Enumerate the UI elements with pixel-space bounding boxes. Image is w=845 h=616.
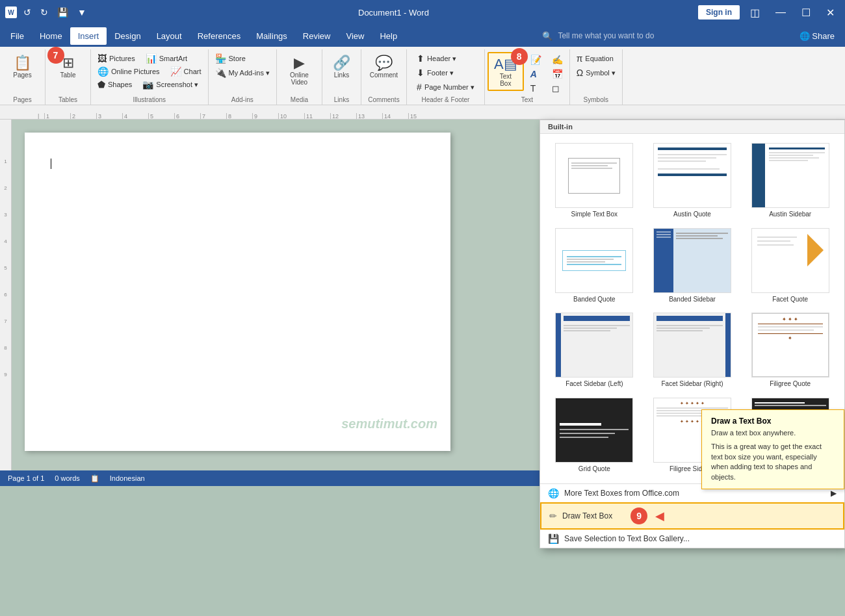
step-7-circle: 7 bbox=[47, 47, 64, 64]
menu-home[interactable]: Home bbox=[32, 27, 70, 45]
symbols-group-label: Symbols bbox=[584, 95, 608, 105]
menu-design[interactable]: Design bbox=[107, 27, 148, 45]
ribbon-group-media: ▶ OnlineVideo Media bbox=[277, 49, 322, 105]
filigree-quote-thumb: ✦ ✦ ✦ ✦ bbox=[751, 313, 829, 378]
wordart-button[interactable]: A bbox=[526, 68, 545, 81]
save-selection-icon: 💾 bbox=[548, 533, 559, 544]
smartart-button[interactable]: 📊 SmartArt bbox=[142, 52, 191, 65]
media-group-label: Media bbox=[291, 95, 308, 105]
more-textboxes-icon: 🌐 bbox=[548, 488, 559, 498]
facet-sidebar-right-thumb bbox=[653, 313, 731, 378]
draw-textbox-icon: ✏ bbox=[549, 511, 557, 521]
page-number-button[interactable]: # Page Number ▾ bbox=[413, 81, 478, 94]
dropdown-footer: 🌐 More Text Boxes from Office.com ▶ ✏ Dr… bbox=[540, 483, 844, 548]
ribbon-group-illustrations: 🖼 Pictures 📊 SmartArt 🌐 Online Pictures … bbox=[91, 49, 209, 105]
banded-sidebar-thumb bbox=[653, 228, 731, 293]
comment-button[interactable]: 💬 Comment bbox=[365, 52, 403, 81]
quick-parts-button[interactable]: 📝 bbox=[526, 53, 545, 66]
ribbon-group-header-footer: ⬆ Header ▾ ⬇ Footer ▾ # Page Number ▾ He… bbox=[407, 49, 485, 105]
title-bar: W ↺ ↻ 💾 ▼ Document1 - Word Sign in ◫ — ☐… bbox=[0, 0, 845, 25]
menu-file[interactable]: File bbox=[3, 27, 32, 45]
word-count: 0 words bbox=[55, 474, 80, 482]
austin-quote-label: Austin Quote bbox=[673, 211, 711, 218]
customize-button[interactable]: ▼ bbox=[75, 7, 89, 18]
step-9-circle: 9 bbox=[630, 507, 647, 524]
redo-button[interactable]: ↻ bbox=[38, 7, 51, 18]
textbox-simple[interactable]: Simple Text Box bbox=[545, 139, 644, 224]
textbox-banded-sidebar[interactable]: Banded Sidebar bbox=[644, 224, 742, 309]
symbol-button[interactable]: Ω Symbol ▾ bbox=[573, 66, 619, 79]
menu-share[interactable]: 🌐 Share bbox=[792, 27, 842, 45]
menu-help[interactable]: Help bbox=[372, 27, 405, 45]
addins-group-label: Add-ins bbox=[231, 95, 254, 105]
textbox-austin-quote[interactable]: Austin Quote bbox=[644, 139, 742, 224]
restore-button[interactable]: ◫ bbox=[745, 6, 765, 19]
maximize-button[interactable]: ☐ bbox=[796, 6, 816, 19]
menu-mailings[interactable]: Mailings bbox=[248, 27, 295, 45]
title-bar-right-controls: Sign in ◫ — ☐ ✕ bbox=[698, 5, 840, 19]
facet-sidebar-left-thumb bbox=[555, 313, 633, 378]
austin-sidebar-label: Austin Sidebar bbox=[769, 211, 811, 218]
textbox-facet-sidebar-right[interactable]: Facet Sidebar (Right) bbox=[644, 309, 742, 394]
chart-button[interactable]: 📈 Chart bbox=[166, 65, 205, 78]
screenshot-button[interactable]: 📷 Screenshot ▾ bbox=[138, 78, 202, 91]
textbox-banded-quote[interactable]: Banded Quote bbox=[545, 224, 644, 309]
links-button[interactable]: 🔗 Links bbox=[326, 52, 357, 81]
tooltip-line2: This is a great way to get the exact tex… bbox=[711, 442, 835, 482]
minimize-button[interactable]: — bbox=[770, 6, 791, 18]
online-video-button[interactable]: ▶ OnlineVideo bbox=[283, 52, 315, 88]
table-button[interactable]: 7 ⊞ Table bbox=[53, 52, 84, 81]
textbox-facet-sidebar-left[interactable]: Facet Sidebar (Left) bbox=[545, 309, 644, 394]
textbox-grid-quote[interactable]: Grid Quote bbox=[545, 394, 644, 479]
menu-insert[interactable]: Insert bbox=[70, 27, 107, 45]
comments-group-label: Comments bbox=[368, 95, 399, 105]
header-button[interactable]: ⬆ Header ▾ bbox=[413, 52, 460, 65]
document-page[interactable]: semutimut.com bbox=[25, 133, 450, 451]
text-box-button[interactable]: 8 A▤ TextBox bbox=[488, 52, 524, 91]
shapes-button[interactable]: ⬟ Shapes bbox=[94, 78, 136, 91]
step-8-circle: 8 bbox=[511, 48, 528, 65]
save-selection-button[interactable]: 💾 Save Selection to Text Box Gallery... bbox=[540, 530, 844, 548]
filigree-quote-label: Filigree Quote bbox=[770, 380, 811, 387]
store-button[interactable]: 🏪 Store bbox=[211, 52, 250, 65]
facet-quote-thumb bbox=[751, 228, 829, 293]
document-title: Document1 - Word bbox=[89, 8, 698, 18]
tooltip-line1: Draw a text box anywhere. bbox=[711, 428, 835, 438]
header-footer-group-label: Header & Footer bbox=[422, 95, 470, 105]
menu-references[interactable]: References bbox=[190, 27, 248, 45]
draw-textbox-button[interactable]: ✏ Draw Text Box 9 ◀ bbox=[540, 502, 844, 530]
textbox-filigree-quote[interactable]: ✦ ✦ ✦ ✦ Filigree Quote bbox=[741, 309, 839, 394]
pictures-button[interactable]: 🖼 Pictures bbox=[94, 52, 139, 65]
title-bar-left-controls: W ↺ ↻ 💾 ▼ bbox=[5, 6, 89, 18]
menu-view[interactable]: View bbox=[338, 27, 372, 45]
ribbon-group-comments: 💬 Comment Comments bbox=[361, 49, 407, 105]
menu-review[interactable]: Review bbox=[295, 27, 339, 45]
drop-cap-button[interactable]: T bbox=[526, 82, 545, 95]
my-addins-button[interactable]: 🔌 My Add-ins ▾ bbox=[211, 66, 274, 79]
footer-button[interactable]: ⬇ Footer ▾ bbox=[413, 66, 458, 79]
banded-quote-label: Banded Quote bbox=[573, 296, 616, 303]
facet-quote-label: Facet Quote bbox=[772, 296, 808, 303]
date-time-button[interactable]: 📅 bbox=[548, 68, 567, 81]
word-app-icon: W bbox=[5, 6, 17, 18]
menu-bar: File Home Insert Design Layout Reference… bbox=[0, 25, 845, 47]
banded-quote-thumb bbox=[555, 228, 633, 293]
pages-button[interactable]: 📋 Pages bbox=[7, 52, 38, 81]
textbox-facet-quote[interactable]: Facet Quote bbox=[741, 224, 839, 309]
undo-button[interactable]: ↺ bbox=[21, 7, 34, 18]
equation-button[interactable]: π Equation bbox=[573, 52, 618, 65]
signature-line-button[interactable]: ✍ bbox=[548, 53, 567, 66]
ribbon-group-symbols: π Equation Ω Symbol ▾ Symbols bbox=[570, 49, 623, 105]
close-button[interactable]: ✕ bbox=[821, 6, 840, 19]
object-button[interactable]: ◻ bbox=[548, 82, 567, 95]
sign-in-button[interactable]: Sign in bbox=[698, 5, 740, 19]
ribbon-group-links: 🔗 Links Links bbox=[322, 49, 361, 105]
simple-textbox-thumb bbox=[555, 143, 633, 208]
main-area: 123456789 semutimut.com Built-in bbox=[0, 120, 845, 470]
search-hint[interactable]: Tell me what you want to do bbox=[558, 31, 654, 40]
menu-layout[interactable]: Layout bbox=[149, 27, 190, 45]
save-button[interactable]: 💾 bbox=[55, 7, 71, 18]
language[interactable]: Indonesian bbox=[110, 474, 145, 482]
online-pictures-button[interactable]: 🌐 Online Pictures bbox=[94, 65, 164, 78]
textbox-austin-sidebar[interactable]: Austin Sidebar bbox=[741, 139, 839, 224]
